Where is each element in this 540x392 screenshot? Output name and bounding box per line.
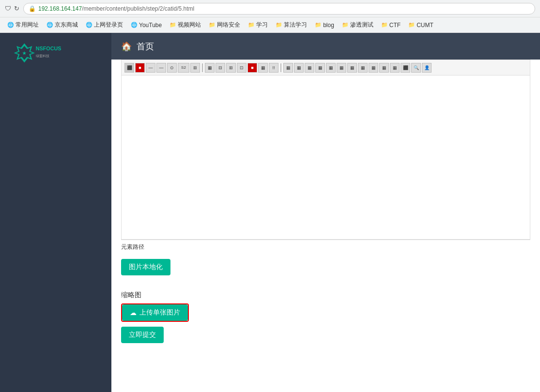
toolbar-btn-17[interactable]: ▦ bbox=[315, 63, 325, 73]
toolbar-btn-24[interactable]: ▦ bbox=[390, 63, 400, 73]
svg-text:★: ★ bbox=[22, 51, 27, 56]
bookmark-label: 渗透测试 bbox=[350, 21, 373, 29]
toolbar-btn-20[interactable]: ▦ bbox=[347, 63, 357, 73]
submit-section: 立即提交 bbox=[121, 327, 530, 343]
folder-icon-pentest: 📁 bbox=[342, 22, 349, 28]
folder-icon-ctf: 📁 bbox=[381, 22, 388, 28]
editor-body[interactable] bbox=[121, 75, 530, 240]
editor-toolbar: ⬛ ■ — — ⊙ S2 ⊞ ▦ ⊟ ⊞ ⊡ ■ ▦ !! ▦ ▦ ▦ ▦ bbox=[121, 60, 530, 75]
svg-text:绿盟科技: 绿盟科技 bbox=[36, 54, 49, 58]
page-layout: ★ NSFOCUS 绿盟科技 🏠 首页 ⬛ ■ — — ⊙ S2 ⊞ bbox=[0, 33, 540, 392]
nsfocus-logo: ★ NSFOCUS 绿盟科技 bbox=[10, 42, 68, 63]
bookmark-label: CUMT bbox=[417, 22, 433, 29]
svg-text:NSFOCUS: NSFOCUS bbox=[36, 45, 62, 51]
thumbnail-label: 缩略图 bbox=[121, 291, 530, 300]
logo-area: ★ NSFOCUS 绿盟科技 bbox=[0, 33, 111, 72]
bookmark-label: 常用网址 bbox=[15, 21, 39, 29]
globe-icon-jd: 🌐 bbox=[46, 22, 53, 28]
folder-icon-cumt: 📁 bbox=[408, 22, 415, 28]
content-area: 🏠 首页 ⬛ ■ — — ⊙ S2 ⊞ ▦ ⊟ ⊞ ⊡ ■ ▦ ! bbox=[111, 33, 540, 392]
folder-icon-study: 📁 bbox=[248, 22, 255, 28]
thumbnail-section: 缩略图 ☁ 上传单张图片 bbox=[121, 291, 530, 322]
globe-icon: 🌐 bbox=[7, 22, 14, 28]
toolbar-btn-2[interactable]: ■ bbox=[135, 63, 145, 73]
toolbar-btn-10[interactable]: ⊡ bbox=[237, 63, 247, 73]
bookmark-label: 网络安全 bbox=[217, 21, 240, 29]
main-content: ⬛ ■ — — ⊙ S2 ⊞ ▦ ⊟ ⊞ ⊡ ■ ▦ !! ▦ ▦ ▦ ▦ bbox=[111, 60, 540, 392]
bookmark-algo[interactable]: 📁 算法学习 bbox=[272, 19, 310, 30]
bookmark-label: 学习 bbox=[256, 21, 268, 29]
bookmark-label: 视频网站 bbox=[178, 21, 201, 29]
element-path-label: 元素路径 bbox=[121, 243, 144, 250]
toolbar-btn-3[interactable]: — bbox=[146, 63, 155, 73]
bookmark-label: YouTube bbox=[139, 22, 162, 29]
bookmark-pentest[interactable]: 📁 渗透测试 bbox=[339, 19, 377, 30]
browser-address-bar: 🛡 ↻ 🔒 192.168.164.147 /member/content/pu… bbox=[0, 0, 540, 17]
upload-btn-wrapper: ☁ 上传单张图片 bbox=[121, 303, 189, 322]
toolbar-btn-s2[interactable]: S2 bbox=[178, 63, 189, 73]
toolbar-btn-13[interactable]: !! bbox=[269, 63, 278, 73]
bookmark-changyon[interactable]: 🌐 常用网址 bbox=[4, 19, 42, 30]
globe-icon-login: 🌐 bbox=[86, 22, 93, 28]
header-bar: 🏠 首页 bbox=[111, 33, 540, 60]
toolbar-btn-8[interactable]: ⊟ bbox=[216, 63, 225, 73]
toolbar-btn-11[interactable]: ■ bbox=[247, 63, 257, 73]
toolbar-separator-2 bbox=[280, 63, 281, 72]
toolbar-btn-search[interactable]: 🔍 bbox=[411, 63, 421, 73]
toolbar-btn-14[interactable]: ▦ bbox=[283, 63, 293, 73]
upload-button-label: 上传单张图片 bbox=[139, 308, 180, 317]
address-bar[interactable]: 🔒 192.168.164.147 /member/content/publis… bbox=[23, 3, 535, 15]
localize-section: 图片本地化 bbox=[111, 254, 540, 285]
toolbar-btn-1[interactable]: ⬛ bbox=[124, 63, 134, 73]
toolbar-btn-19[interactable]: ▦ bbox=[337, 63, 346, 73]
toolbar-btn-user[interactable]: 👤 bbox=[422, 63, 432, 73]
toolbar-btn-15[interactable]: ▦ bbox=[294, 63, 304, 73]
toolbar-btn-18[interactable]: ▦ bbox=[326, 63, 336, 73]
submit-button[interactable]: 立即提交 bbox=[121, 327, 164, 343]
toolbar-btn-6[interactable]: ⊞ bbox=[190, 63, 200, 73]
url-path: /member/content/publish/step/2/catid/5.h… bbox=[82, 5, 194, 12]
toolbar-btn-12[interactable]: ▦ bbox=[258, 63, 268, 73]
localize-button[interactable]: 图片本地化 bbox=[121, 259, 170, 275]
upload-cloud-icon: ☁ bbox=[130, 309, 137, 317]
refresh-icon: ↻ bbox=[14, 5, 19, 12]
element-path-bar: 元素路径 bbox=[121, 240, 530, 254]
home-icon: 🏠 bbox=[121, 41, 132, 52]
bookmark-ctf[interactable]: 📁 CTF bbox=[378, 20, 404, 30]
folder-icon-netsec: 📁 bbox=[209, 22, 216, 28]
shield-icon: 🛡 bbox=[5, 5, 11, 12]
bookmark-label: 算法学习 bbox=[284, 21, 307, 29]
sidebar: ★ NSFOCUS 绿盟科技 bbox=[0, 33, 111, 392]
folder-icon-video: 📁 bbox=[170, 22, 176, 28]
bookmark-login[interactable]: 🌐 上网登录页 bbox=[82, 19, 126, 30]
toolbar-btn-4[interactable]: — bbox=[156, 63, 166, 73]
lock-icon: 🔒 bbox=[29, 5, 36, 12]
bookmark-youtube[interactable]: 🌐 YouTube bbox=[127, 20, 165, 30]
upload-button[interactable]: ☁ 上传单张图片 bbox=[122, 304, 188, 321]
toolbar-btn-23[interactable]: ▦ bbox=[379, 63, 389, 73]
bookmark-label: blog bbox=[323, 22, 334, 29]
folder-icon-blog: 📁 bbox=[315, 22, 322, 28]
url-host: 192.168.164.147 bbox=[38, 5, 82, 12]
toolbar-btn-25[interactable]: ⬛ bbox=[401, 63, 410, 73]
bookmark-label: 京东商城 bbox=[55, 21, 78, 29]
toolbar-btn-21[interactable]: ▦ bbox=[358, 63, 368, 73]
bookmark-jd[interactable]: 🌐 京东商城 bbox=[43, 19, 81, 30]
bookmark-study[interactable]: 📁 学习 bbox=[245, 19, 271, 30]
toolbar-btn-16[interactable]: ▦ bbox=[305, 63, 314, 73]
toolbar-btn-7[interactable]: ▦ bbox=[205, 63, 215, 73]
toolbar-btn-9[interactable]: ⊞ bbox=[226, 63, 236, 73]
browser-security-icons: 🛡 ↻ bbox=[5, 5, 19, 12]
toolbar-btn-5[interactable]: ⊙ bbox=[167, 63, 177, 73]
bookmark-label: 上网登录页 bbox=[94, 21, 123, 29]
folder-icon-algo: 📁 bbox=[276, 22, 282, 28]
toolbar-separator bbox=[202, 63, 203, 72]
toolbar-btn-22[interactable]: ▦ bbox=[369, 63, 378, 73]
bookmarks-bar: 🌐 常用网址 🌐 京东商城 🌐 上网登录页 🌐 YouTube 📁 视频网站 📁… bbox=[0, 17, 540, 33]
bookmark-cumt[interactable]: 📁 CUMT bbox=[405, 20, 437, 30]
bookmark-label: CTF bbox=[389, 22, 401, 29]
page-title: 首页 bbox=[137, 41, 154, 52]
bookmark-video[interactable]: 📁 视频网站 bbox=[166, 19, 204, 30]
bookmark-blog[interactable]: 📁 blog bbox=[311, 20, 338, 30]
bookmark-netsec[interactable]: 📁 网络安全 bbox=[205, 19, 244, 30]
